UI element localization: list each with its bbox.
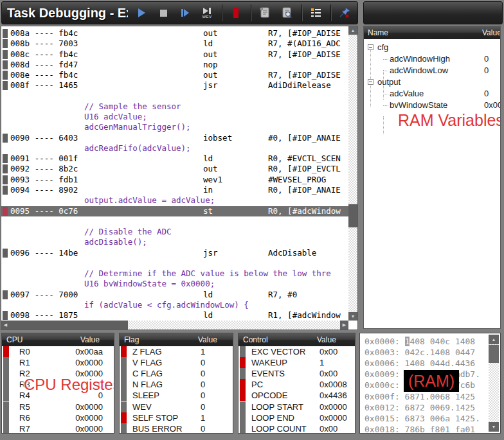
code-row[interactable]: 008a ---- fb4coutR7, [#IOP_ADISE [1, 28, 348, 39]
code-row[interactable]: 0093 ---- fdb1wev1#WEVSEL_PROG [1, 175, 348, 185]
tree-item-adcWindowHigh[interactable]: adcWindowHigh0 [364, 53, 500, 65]
flag-row[interactable]: BUS ERROR0 [120, 423, 233, 434]
name-column-header[interactable]: Name [368, 26, 388, 39]
value-column-header[interactable]: Value [198, 333, 217, 346]
tree-item-cfg[interactable]: cfg [364, 42, 500, 53]
cpu-register-row[interactable]: R60x0000 [2, 412, 114, 423]
control-register-row[interactable]: LOOP START0x0000 [239, 401, 355, 412]
breakpoint-gutter-marker[interactable] [3, 249, 8, 258]
code-row[interactable]: 0092 ---- 8b2coutR0, [#IOP_EVCTL [1, 164, 348, 174]
horizontal-scroll-thumb[interactable] [10, 321, 128, 330]
flag-row[interactable]: SELF STOP1 [120, 412, 233, 423]
control-register-row[interactable]: LOOP COUNT0x00 [239, 423, 355, 434]
code-row[interactable]: 0090 ---- 6403iobset#0, [#IOP_ANAIE [1, 133, 348, 143]
memory-line[interactable]: 0x0003: 042c.1408 0447 [364, 347, 475, 358]
source-row[interactable]: U16 adcValue; [1, 112, 348, 122]
memory-line[interactable]: 0x0015: 6873 006a 1425. [364, 413, 480, 424]
source-row[interactable]: adcGenManualTrigger(); [1, 122, 348, 132]
source-row[interactable]: adcDisable(); [1, 237, 348, 247]
blank-row[interactable] [1, 258, 348, 268]
cpu-column-header[interactable]: CPU [6, 333, 22, 346]
breakpoint-gutter-marker[interactable] [3, 71, 8, 80]
breakpoint-gutter-marker[interactable] [3, 154, 8, 163]
cpu-register-row[interactable]: R10x0000 [2, 357, 114, 368]
source-row[interactable]: U16 bvWindowState = 0x0000; [1, 279, 348, 289]
source-row[interactable]: output.adcValue = adcValue; [1, 195, 348, 206]
code-row[interactable]: 008f ---- 1465jsrAdiDdiRelease [1, 80, 348, 91]
cpu-register-row[interactable]: R40 [2, 390, 114, 401]
control-register-row[interactable]: PC0x0008 [239, 379, 355, 390]
breakpoint-gutter-marker[interactable] [3, 29, 8, 38]
script-search-icon[interactable] [278, 4, 295, 21]
blank-row[interactable] [1, 216, 348, 227]
cpu-register-row[interactable]: R00x00aa [2, 346, 114, 357]
tree-item-output[interactable]: output [364, 76, 500, 88]
scroll-left-button[interactable]: ◀ [1, 321, 10, 330]
code-row[interactable]: 0098 ---- 1875ldR1, [#adcWindow [1, 310, 348, 321]
flag-row[interactable]: Z FLAG1 [120, 346, 233, 357]
breakpoint-gutter-marker[interactable] [3, 175, 8, 184]
code-row[interactable]: 008c ---- fb4coutR7, [#IOP_ADISE [1, 49, 348, 60]
source-row[interactable]: adcReadFifo(adcValue); [1, 143, 348, 154]
value-column-header[interactable]: Value [317, 333, 336, 346]
control-column-header[interactable]: Control [243, 333, 268, 346]
code-row[interactable]: 0094 ---- 8902inR0, [#IOP_ANAIE [1, 185, 348, 195]
breakpoint-gutter-marker[interactable] [3, 39, 8, 48]
breakpoint-gutter-marker[interactable] [3, 134, 8, 143]
vertical-scroll-thumb[interactable] [348, 204, 357, 227]
source-row[interactable]: // Sample the sensor [1, 101, 348, 112]
control-register-row[interactable]: LOOP END0x0000 [239, 412, 355, 423]
memory-line[interactable]: 0x0006: 1408 044d.4436 [364, 358, 475, 369]
code-row[interactable]: 0091 ---- 001fldR0, #EVCTL_SCEN [1, 154, 348, 164]
breakpoint-gutter-marker[interactable] [3, 311, 8, 320]
source-row[interactable]: // Determine if the ADC value is below t… [1, 268, 348, 279]
stop-icon[interactable] [155, 4, 172, 21]
cpu-register-row[interactable]: R20x0000 [2, 368, 114, 379]
control-register-row[interactable]: EVENTS0x00 [239, 368, 355, 379]
control-register-row[interactable]: OPCODE0x4436 [239, 390, 355, 401]
step-to-wev-icon[interactable]: WEV [199, 4, 215, 21]
code-row[interactable]: 0096 ---- 14bejsrAdcDisable [1, 248, 348, 258]
code-row[interactable]: 008e ---- fb4coutR7, [#IOP_ADISE [1, 70, 348, 80]
control-register-row[interactable]: WAKEUP1 [239, 357, 355, 368]
code-row[interactable]: 0095 ---- 0c76stR0, [#adcWindow [1, 206, 348, 216]
breakpoint-gutter-marker[interactable] [3, 60, 8, 69]
flag-column-header[interactable]: Flag [124, 333, 139, 346]
control-register-row[interactable]: EXC VECTOR0x00 [239, 346, 355, 357]
unpin-icon[interactable] [336, 4, 353, 21]
ram-memory-panel[interactable]: 0x0000: 1408 040c 14080x0003: 042c.1408 … [359, 333, 501, 434]
run-icon[interactable] [133, 4, 150, 21]
memory-line[interactable]: 0x0012: 6872 0069.1425 [364, 402, 475, 413]
code-horizontal-scrollbar[interactable]: ◀ ▶ [1, 321, 348, 330]
cpu-register-row[interactable]: R30 [2, 379, 114, 390]
code-row[interactable]: 0097 ---- 7000ldR7, #0 [1, 290, 348, 300]
memory-line[interactable]: 0x0000: 1408 040c 1408 [364, 336, 475, 347]
step-icon[interactable] [177, 4, 194, 21]
memory-scrollbar[interactable]: ▲ ▼ [489, 335, 499, 432]
breakpoint-gutter-marker[interactable] [3, 164, 8, 173]
collapse-expander-icon[interactable] [368, 44, 374, 50]
tree-item-adcValue[interactable]: adcValue0 [364, 88, 500, 100]
code-vertical-scrollbar[interactable]: ▲ ▼ [348, 26, 357, 321]
tree-item-adcWindowLow[interactable]: adcWindowLow0 [364, 65, 500, 76]
value-column-header[interactable]: Value [80, 333, 100, 346]
breakpoint-gutter-marker[interactable] [3, 186, 8, 195]
script-icon[interactable] [256, 4, 273, 21]
value-column-header[interactable]: Value [482, 26, 501, 39]
breakpoint-gutter-marker[interactable] [3, 207, 8, 216]
scroll-right-button[interactable]: ▶ [340, 321, 348, 330]
memory-line[interactable]: 0x000f: 6871.0068 1425 [364, 391, 475, 402]
source-row[interactable]: // Disable the ADC [1, 227, 348, 237]
code-row[interactable]: 008d ---- fd47nop [1, 60, 348, 70]
cpu-register-row[interactable]: R50x0000 [2, 401, 114, 412]
code-row[interactable]: 008b ---- 7003ldR7, #(ADI16_ADC [1, 39, 348, 49]
memory-line[interactable]: 0x0018: 786b f801 fa01 [364, 424, 475, 434]
log-icon[interactable] [307, 4, 324, 21]
collapse-expander-icon[interactable] [368, 79, 374, 85]
breakpoint-gutter-marker[interactable] [3, 290, 8, 299]
source-row[interactable]: if (adcValue < cfg.adcWindowLow) { [1, 300, 348, 310]
flag-row[interactable]: V FLAG0 [120, 357, 233, 368]
breakpoint-gutter-marker[interactable] [3, 81, 8, 90]
flag-row[interactable]: C FLAG0 [120, 368, 233, 379]
scroll-up-button[interactable]: ▲ [489, 335, 499, 344]
